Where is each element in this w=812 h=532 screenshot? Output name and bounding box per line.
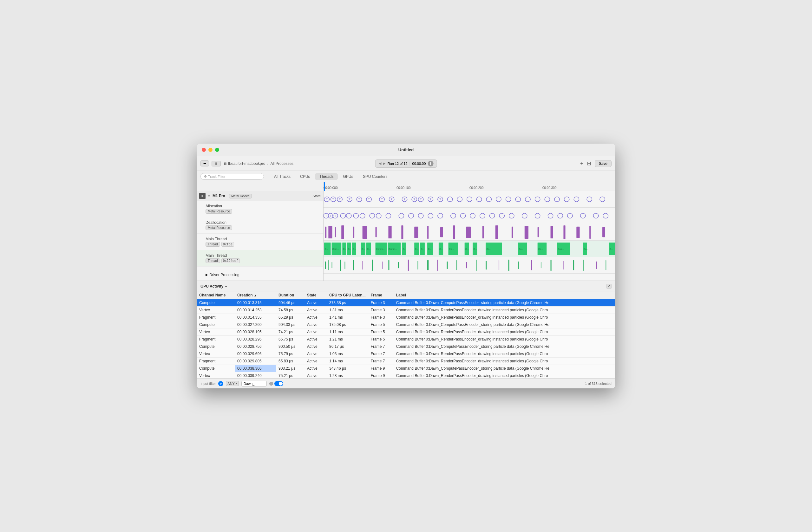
table-cell: Frame 5 [368,328,394,336]
track-lane-allocation: T T T T T T T T T T T T T [323,191,615,208]
svg-text:Co...: Co... [584,248,589,250]
info-button[interactable]: i [427,161,433,166]
tab-cpus[interactable]: CPUs [295,173,314,180]
col-frame[interactable]: Frame [368,291,394,299]
tabbar: ⊙ Track Filter All Tracks CPUs Threads G… [197,171,615,182]
table-cell: 74.21 μs [276,328,304,336]
svg-rect-81 [363,226,367,239]
table-cell: Vertex [197,328,235,336]
table-row[interactable]: Vertex00:00.029.69675.79 μsActive1.03 ms… [197,350,615,358]
track-filter[interactable]: ⊙ Track Filter [201,173,264,180]
close-button[interactable] [202,148,206,152]
table-row[interactable]: Vertex00:00.014.25374.58 μsActive1.31 ms… [197,307,615,314]
table-row[interactable]: Compute00:00.028.756900.50 μsActive86.17… [197,343,615,350]
svg-rect-86 [427,226,429,239]
tab-gpu-counters[interactable]: GPU Counters [358,173,392,180]
svg-rect-164 [476,260,476,271]
filter-icon: ⊙ [204,174,207,178]
svg-point-49 [360,213,365,219]
filter-value-input[interactable] [241,381,267,386]
tab-threads[interactable]: Threads [315,173,338,180]
driver-expand-icon[interactable]: ▶ [205,273,208,277]
prev-run-icon[interactable]: ◀ [379,161,381,165]
svg-text:T: T [439,198,441,201]
toolbar-right: ＋ ⊟ Save [579,160,611,167]
svg-point-19 [506,197,511,202]
sidebar-row-deallocation: Deallocation Metal Resource [197,217,323,234]
svg-point-70 [580,213,585,219]
table-row[interactable]: Compute00:00.027.260904.33 μsActive175.0… [197,321,615,328]
table-cell: 00:00.013.315 [235,299,276,307]
table-cell: Frame 5 [368,321,394,328]
col-channel[interactable]: Channel Name [197,291,235,299]
table-cell: Vertex [197,372,235,379]
timeline-ruler: 00:00.000 00:00.100 00:00.200 00:00.300 [323,182,615,191]
device-expand-icon[interactable]: ▼ [207,194,211,198]
svg-point-13 [447,197,452,202]
svg-rect-150 [345,262,345,269]
col-latency[interactable]: CPU to GPU Laten... [327,291,368,299]
tab-all-tracks[interactable]: All Tracks [270,173,295,180]
svg-text:T: T [404,198,406,201]
table-cell: 903.21 μs [276,365,304,372]
svg-text:C...: C... [325,248,328,250]
table-cell: 1.31 ms [327,307,368,314]
table-cell: 900.50 μs [276,343,304,350]
svg-point-63 [499,213,504,219]
tab-gpus[interactable]: GPUs [338,173,358,180]
filter-toggle[interactable] [274,381,283,386]
svg-point-20 [516,197,521,202]
svg-text:C...: C... [421,248,424,250]
svg-rect-84 [401,225,403,239]
svg-point-14 [457,197,462,202]
svg-point-62 [490,213,494,219]
svg-point-51 [376,213,381,219]
svg-text:Co...: Co... [449,248,454,250]
table-cell: Active [304,307,327,314]
breadcrumb-sep: › [267,161,269,166]
filter-type-select[interactable]: ANY ▾ [226,381,239,386]
run-timestamp: 00:00:00 [412,162,426,165]
save-button[interactable]: Save [595,160,611,167]
svg-text:T: T [330,215,332,218]
back-icon: ⬅ [203,161,206,165]
deallocation-badge: Metal Resource [205,225,232,230]
svg-rect-157 [408,260,409,271]
table-row[interactable]: Fragment00:00.029.80565.83 μsActive1.14 … [197,358,615,365]
svg-text:C...: C... [343,248,346,250]
table-cell: Frame 7 [368,358,394,365]
svg-rect-94 [538,227,539,237]
table-row[interactable]: Compute00:00.038.306903.21 μsActive343.4… [197,365,615,372]
panel-resize-button[interactable]: ⤢ [607,284,611,289]
pause-button[interactable]: ⏸ [212,161,221,166]
run-indicator: ◀ ▶ Run 12 of 12 | 00:00:00 i [375,160,437,168]
table-cell: 00:00.029.696 [235,350,276,358]
svg-rect-171 [551,260,552,271]
svg-rect-92 [512,227,513,238]
table-row[interactable]: Fragment00:00.014.35565.29 μsActive1.41 … [197,314,615,321]
sidebar-toggle-button[interactable]: ⊟ [587,160,591,166]
main-thread-1-addr: 0xfce [221,242,234,247]
table-row[interactable]: Fragment00:00.028.29665.75 μsActive1.21 … [197,336,615,343]
selected-count: 1 of 315 selected [585,382,611,385]
col-creation[interactable]: Creation ▲ [235,291,276,299]
table-cell: Active [304,372,327,379]
col-label[interactable]: Label [394,291,615,299]
svg-point-56 [428,213,433,219]
table-row[interactable]: Vertex00:00.039.24075.21 μsActive1.28 ms… [197,372,615,379]
table-row[interactable]: Compute00:00.013.315904.46 μsActive373.3… [197,299,615,307]
fullscreen-button[interactable] [215,148,219,152]
back-button[interactable]: ⬅ [201,160,209,166]
col-duration[interactable]: Duration [276,291,304,299]
svg-text:T: T [334,215,336,218]
col-state[interactable]: State [304,291,327,299]
table-cell: 1.14 ms [327,358,368,365]
svg-point-17 [486,197,491,202]
table-row[interactable]: Vertex00:00.028.19574.21 μsActive1.11 ms… [197,328,615,336]
svg-rect-167 [508,260,509,271]
minimize-button[interactable] [208,148,213,152]
table-cell: Frame 9 [368,372,394,379]
table-cell: Command Buffer 0:Dawn_RenderPassEncoder_… [394,372,615,379]
gpu-table[interactable]: Channel Name Creation ▲ Duration State [197,291,615,378]
add-button[interactable]: ＋ [579,160,584,167]
